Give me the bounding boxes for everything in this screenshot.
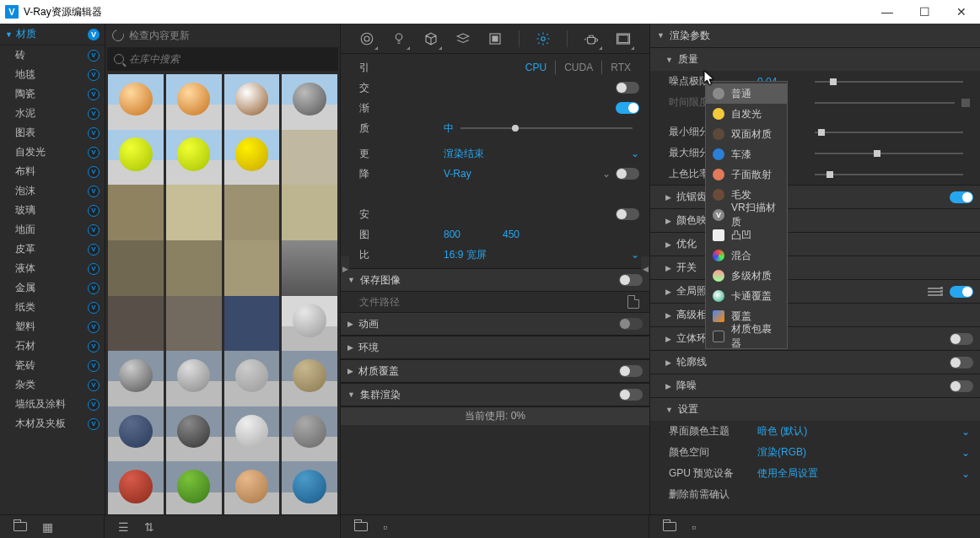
engine-tabs[interactable]: CPU CUDA RTX [517, 61, 639, 74]
light-icon[interactable] [390, 30, 407, 47]
sidebar-item[interactable]: 砖V [0, 46, 105, 65]
material-icon[interactable] [358, 30, 375, 47]
menu-item[interactable]: 多级材质 [706, 266, 787, 286]
material-thumbnail[interactable] [166, 74, 222, 130]
material-thumbnail[interactable] [166, 351, 222, 406]
material-thumbnail[interactable] [166, 406, 222, 462]
material-thumbnail[interactable] [282, 296, 337, 352]
material-thumbnail[interactable] [224, 351, 280, 406]
material-thumbnail[interactable] [166, 240, 222, 296]
material-thumbnail[interactable] [108, 406, 164, 462]
chevron-down-icon[interactable]: ⌄ [631, 148, 639, 159]
material-thumbnail[interactable] [282, 130, 337, 186]
material-thumbnail[interactable] [282, 74, 337, 130]
sidebar-item[interactable]: 玻璃V [0, 201, 105, 220]
sidebar-item[interactable]: 陶瓷V [0, 84, 105, 104]
section-stereo[interactable]: ▶立体环境 [650, 326, 980, 350]
maximize-button[interactable]: ☐ [906, 0, 943, 24]
section-swarm[interactable]: ▼集群渲染 [341, 383, 649, 406]
material-thumbnail[interactable] [224, 406, 280, 462]
section-colormap[interactable]: ▶颜色映射 [650, 208, 980, 232]
minimize-button[interactable]: — [869, 0, 906, 24]
section-mat-override[interactable]: ▶材质覆盖 [341, 359, 649, 383]
material-thumbnail[interactable] [166, 461, 222, 514]
sidebar-item[interactable]: 图表V [0, 123, 105, 143]
chevron-down-icon[interactable]: ⌄ [631, 249, 639, 261]
folder-icon[interactable] [13, 522, 27, 531]
frame-icon[interactable] [615, 30, 632, 47]
material-thumbnail[interactable] [108, 296, 164, 352]
toggle-denoiser[interactable] [616, 168, 639, 180]
category-header[interactable]: ▼ 材质 V [0, 24, 105, 46]
folder-icon[interactable] [354, 522, 368, 531]
sidebar-item[interactable]: 地毯V [0, 65, 105, 84]
save-icon[interactable]: ▫ [383, 520, 387, 534]
menu-item[interactable]: 子面散射 [706, 164, 787, 185]
section-switches[interactable]: ▶开关 [650, 256, 980, 279]
menu-item[interactable]: 普通 [706, 83, 787, 104]
file-icon[interactable] [627, 295, 639, 309]
engine-cuda[interactable]: CUDA [555, 61, 601, 74]
sidebar-item[interactable]: 自发光V [0, 143, 105, 162]
section-denoise[interactable]: ▶降噪 [650, 374, 980, 397]
menu-item[interactable]: VVR扫描材质 [706, 205, 787, 225]
material-thumbnail[interactable] [224, 185, 280, 240]
section-optimize[interactable]: ▶优化 [650, 232, 980, 256]
sidebar-item[interactable]: 金属V [0, 278, 105, 298]
section-contour[interactable]: ▶轮廓线 [650, 350, 980, 374]
sort-icon[interactable]: ⇅ [144, 520, 154, 534]
material-thumbnail[interactable] [282, 240, 337, 296]
sidebar-item[interactable]: 布料V [0, 162, 105, 181]
texture-icon[interactable] [487, 30, 503, 47]
menu-item[interactable]: 双面材质 [706, 124, 787, 144]
material-thumbnail[interactable] [108, 185, 164, 240]
sidebar-item[interactable]: 纸类V [0, 298, 105, 317]
update-check[interactable]: 检查内容更新 [105, 24, 340, 47]
toggle-interactive[interactable] [616, 82, 639, 94]
menu-item[interactable]: 自发光 [706, 104, 787, 124]
material-thumbnail[interactable] [282, 185, 337, 240]
material-thumbnail[interactable] [166, 185, 222, 240]
sidebar-item[interactable]: 瓷砖V [0, 356, 105, 375]
material-thumbnail[interactable] [108, 240, 164, 296]
sidebar-item[interactable]: 地面V [0, 220, 105, 239]
section-camera[interactable]: ▶高级相机参数 [650, 303, 980, 326]
menu-item[interactable]: 材质包裹器 [706, 326, 787, 347]
quality-slider[interactable] [460, 127, 633, 129]
sidebar-item[interactable]: 皮革V [0, 239, 105, 259]
material-thumbnail[interactable] [282, 406, 337, 462]
engine-cpu[interactable]: CPU [517, 61, 555, 74]
material-thumbnail[interactable] [224, 240, 280, 296]
sidebar-item[interactable]: 墙纸及涂料V [0, 395, 105, 414]
library-search[interactable]: 在库中搜索 [107, 47, 338, 71]
grid-icon[interactable]: ▦ [42, 520, 53, 534]
teapot-icon[interactable] [583, 30, 600, 47]
geometry-icon[interactable] [423, 30, 439, 47]
material-thumbnail[interactable] [166, 296, 222, 352]
material-thumbnail[interactable] [282, 351, 337, 406]
settings-icon[interactable] [535, 30, 552, 47]
section-settings[interactable]: ▼设置 [650, 397, 980, 421]
material-thumbnail[interactable] [224, 130, 280, 186]
section-gi[interactable]: ▶全局照明 [650, 279, 980, 303]
material-thumbnail[interactable] [108, 74, 164, 130]
section-save-image[interactable]: ▼保存图像 [341, 268, 649, 292]
engine-rtx[interactable]: RTX [601, 61, 639, 74]
material-thumbnail[interactable] [166, 130, 222, 186]
material-thumbnail[interactable] [224, 296, 280, 352]
sidebar-item[interactable]: 石材V [0, 336, 105, 356]
section-animation[interactable]: ▶动画 [341, 312, 649, 336]
sidebar-item[interactable]: 水泥V [0, 104, 105, 123]
material-thumbnail[interactable] [108, 351, 164, 406]
save-icon[interactable]: ▫ [692, 520, 696, 534]
section-environment[interactable]: ▶环境 [341, 336, 649, 359]
menu-item[interactable]: 混合 [706, 245, 787, 266]
list-icon[interactable]: ☰ [118, 520, 129, 534]
material-thumbnail[interactable] [108, 461, 164, 514]
layers-icon[interactable] [455, 30, 471, 47]
material-thumbnail[interactable] [282, 461, 337, 514]
section-aa[interactable]: ▶抗锯齿过滤 [650, 185, 980, 208]
close-button[interactable]: ✕ [943, 0, 980, 24]
render-params-header[interactable]: ▼渲染参数 [650, 24, 980, 47]
section-quality[interactable]: ▼质量 [650, 47, 980, 71]
